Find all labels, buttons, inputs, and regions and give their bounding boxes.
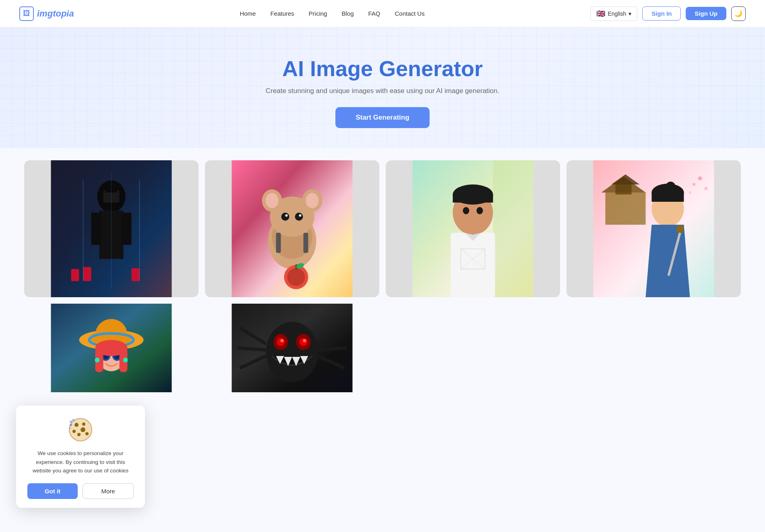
gallery-bottom-row: [24, 304, 741, 392]
nav-pricing[interactable]: Pricing: [309, 10, 327, 17]
svg-rect-7: [71, 269, 79, 281]
svg-point-18: [266, 193, 279, 208]
gallery-item-monster[interactable]: [205, 304, 379, 392]
svg-point-48: [693, 183, 696, 186]
svg-point-82: [281, 339, 284, 342]
svg-rect-33: [451, 233, 495, 297]
svg-point-81: [300, 338, 308, 346]
gallery-item-mouse[interactable]: [205, 160, 379, 297]
nav-home[interactable]: Home: [240, 10, 256, 17]
svg-point-51: [689, 191, 691, 194]
moon-icon: 🌙: [734, 10, 742, 17]
hero-section: AI Image Generator Create stunning and u…: [0, 27, 765, 148]
svg-rect-8: [83, 267, 91, 281]
svg-point-50: [705, 187, 708, 190]
logo-icon: 🖼: [19, 6, 34, 21]
svg-rect-29: [276, 233, 281, 253]
svg-rect-9: [132, 268, 140, 281]
svg-point-22: [295, 213, 303, 221]
svg-point-55: [666, 182, 676, 191]
svg-marker-56: [646, 225, 690, 297]
logo-text-main: img: [37, 8, 53, 19]
svg-rect-30: [304, 233, 308, 253]
nav-links: Home Features Pricing Blog FAQ Contact U…: [240, 10, 424, 17]
samurai-image: [567, 160, 741, 297]
svg-point-24: [299, 214, 302, 217]
nav-right: 🇬🇧 English ▾ Sign In Sign Up 🌙: [590, 6, 746, 21]
gallery-item-samurai[interactable]: [567, 160, 741, 297]
nav-faq[interactable]: FAQ: [368, 10, 380, 17]
signin-button[interactable]: Sign In: [642, 6, 681, 21]
svg-point-74: [95, 358, 100, 362]
svg-point-49: [698, 176, 702, 180]
nav-features[interactable]: Features: [270, 10, 294, 17]
monster-image: [205, 304, 379, 392]
gallery-item-anime[interactable]: [24, 304, 198, 392]
svg-point-75: [123, 358, 128, 362]
svg-rect-3: [91, 213, 101, 245]
anime-image: [24, 304, 198, 392]
svg-rect-36: [453, 195, 493, 203]
svg-point-26: [287, 268, 305, 286]
svg-point-21: [281, 213, 289, 221]
hero-title: AI Image Generator: [282, 56, 483, 82]
svg-rect-32: [493, 160, 533, 297]
signup-button[interactable]: Sign Up: [686, 7, 726, 20]
mouse-image: [205, 160, 379, 297]
gallery-placeholder: [386, 304, 741, 392]
language-selector[interactable]: 🇬🇧 English ▾: [590, 6, 637, 21]
navbar: 🖼 imgtopia Home Features Pricing Blog FA…: [0, 0, 765, 27]
svg-point-20: [306, 193, 319, 208]
svg-point-80: [277, 338, 285, 346]
start-generating-button[interactable]: Start Generating: [335, 107, 429, 128]
logo-text-italic: topia: [53, 8, 74, 19]
cookie-banner: We use cookies to personalize your exper…: [16, 406, 145, 416]
svg-line-89: [238, 348, 266, 350]
chevron-down-icon: ▾: [629, 10, 631, 17]
svg-point-37: [463, 207, 469, 214]
svg-point-38: [477, 207, 483, 214]
hero-subtitle: Create stunning and unique images with e…: [266, 87, 499, 95]
svg-point-23: [285, 214, 288, 217]
gallery-grid: [24, 160, 741, 297]
gallery-item-darkvader[interactable]: [24, 160, 198, 297]
dark-mode-button[interactable]: 🌙: [731, 6, 746, 21]
svg-point-83: [303, 339, 306, 342]
svg-rect-54: [652, 192, 684, 202]
man-image: [386, 160, 560, 297]
logo-text: imgtopia: [37, 8, 74, 19]
gallery-item-man[interactable]: [386, 160, 560, 297]
darkvader-image: [24, 160, 198, 297]
svg-rect-4: [122, 213, 132, 245]
language-label: English: [608, 10, 626, 17]
svg-point-77: [266, 322, 318, 382]
nav-blog[interactable]: Blog: [341, 10, 354, 17]
svg-rect-46: [616, 184, 632, 195]
svg-line-92: [318, 348, 347, 350]
logo[interactable]: 🖼 imgtopia: [19, 6, 74, 21]
flag-icon: 🇬🇧: [596, 9, 605, 18]
gallery-section: [0, 148, 765, 416]
nav-contact[interactable]: Contact Us: [395, 10, 425, 17]
svg-rect-44: [606, 193, 646, 225]
